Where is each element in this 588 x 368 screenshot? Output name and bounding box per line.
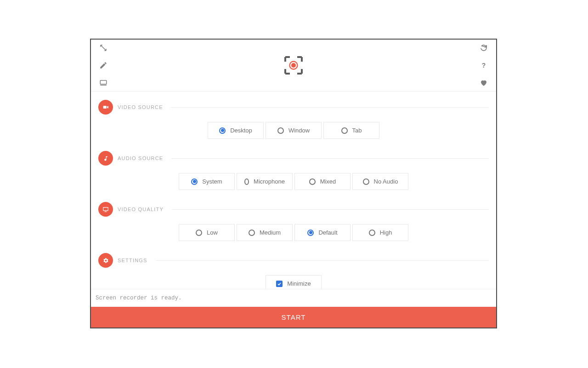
audio-source-icon <box>98 151 113 166</box>
settings-icon <box>98 253 113 268</box>
video-quality-icon <box>98 202 113 217</box>
resize-icon[interactable] <box>99 44 107 52</box>
app-window: ? VIDEO SOURCE Desktop Window Tab AUDIO … <box>90 39 497 328</box>
radio-icon <box>341 127 348 134</box>
help-icon[interactable]: ? <box>480 61 488 69</box>
section-video-quality: VIDEO QUALITY Low Medium Default High <box>98 202 489 241</box>
radio-quality-default[interactable]: Default <box>294 224 351 241</box>
option-label: Low <box>207 229 218 236</box>
option-label: Tab <box>352 127 362 134</box>
radio-icon <box>277 127 284 134</box>
radio-icon <box>244 178 249 185</box>
svg-rect-0 <box>100 80 107 84</box>
radio-audio-mixed[interactable]: Mixed <box>294 173 351 190</box>
radio-video-desktop[interactable]: Desktop <box>208 122 264 139</box>
start-button[interactable]: START <box>91 307 496 328</box>
radio-quality-medium[interactable]: Medium <box>237 224 293 241</box>
radio-audio-noaudio[interactable]: No Audio <box>352 173 408 190</box>
radio-audio-system[interactable]: System <box>179 173 235 190</box>
svg-point-2 <box>291 63 296 68</box>
radio-icon <box>307 230 314 236</box>
heart-icon[interactable] <box>480 79 488 87</box>
video-source-title: VIDEO SOURCE <box>118 104 163 110</box>
radio-video-window[interactable]: Window <box>266 122 322 139</box>
option-label: Mixed <box>320 178 336 185</box>
edit-icon[interactable] <box>99 61 107 69</box>
video-source-icon <box>98 100 113 115</box>
option-label: Window <box>288 127 310 134</box>
radio-audio-microphone[interactable]: Microphone <box>237 173 293 190</box>
radio-icon <box>191 178 198 185</box>
app-logo <box>112 55 475 75</box>
option-label: Desktop <box>230 127 252 134</box>
svg-rect-3 <box>103 106 107 109</box>
section-video-source: VIDEO SOURCE Desktop Window Tab <box>98 100 489 139</box>
radio-icon <box>309 178 316 185</box>
option-label: Default <box>318 229 337 236</box>
radio-video-tab[interactable]: Tab <box>323 122 379 139</box>
audio-source-title: AUDIO SOURCE <box>118 155 163 161</box>
refresh-icon[interactable] <box>480 44 488 52</box>
option-label: High <box>380 229 392 236</box>
option-label: No Audio <box>374 178 398 185</box>
desktop-icon[interactable] <box>99 79 107 87</box>
svg-rect-4 <box>103 207 108 211</box>
status-text: Screen recorder is ready. <box>91 289 496 307</box>
option-label: Medium <box>260 229 281 236</box>
radio-icon <box>196 230 202 236</box>
option-label: Minimize <box>287 280 311 287</box>
radio-icon <box>219 127 226 134</box>
settings-title: SETTINGS <box>118 258 147 263</box>
radio-icon <box>369 230 375 236</box>
video-quality-title: VIDEO QUALITY <box>118 207 164 212</box>
checkbox-minimize[interactable]: Minimize <box>266 275 322 289</box>
section-settings: SETTINGS Minimize <box>98 253 489 289</box>
section-audio-source: AUDIO SOURCE System Microphone Mixed No … <box>98 151 489 190</box>
content: VIDEO SOURCE Desktop Window Tab AUDIO SO… <box>91 91 496 289</box>
option-label: Microphone <box>254 178 285 185</box>
radio-icon <box>363 178 369 185</box>
radio-icon <box>249 230 255 236</box>
radio-quality-low[interactable]: Low <box>179 224 235 241</box>
header: ? <box>91 40 496 91</box>
radio-quality-high[interactable]: High <box>352 224 408 241</box>
checkbox-icon <box>276 281 283 287</box>
option-label: System <box>202 178 222 185</box>
